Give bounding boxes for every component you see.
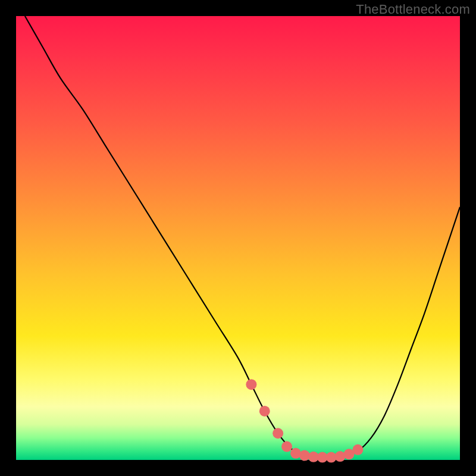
valley-marker: [246, 379, 256, 390]
valley-marker: [281, 441, 292, 452]
chart-svg: [16, 16, 460, 460]
valley-marker: [259, 406, 270, 416]
chart-frame: TheBottleneck.com: [0, 0, 476, 476]
bottleneck-curve: [25, 16, 460, 458]
valley-marker: [273, 428, 283, 439]
watermark-text: TheBottleneck.com: [356, 2, 470, 17]
valley-marker-group: [246, 379, 363, 462]
plot-area: [16, 16, 460, 460]
valley-marker: [352, 444, 363, 455]
